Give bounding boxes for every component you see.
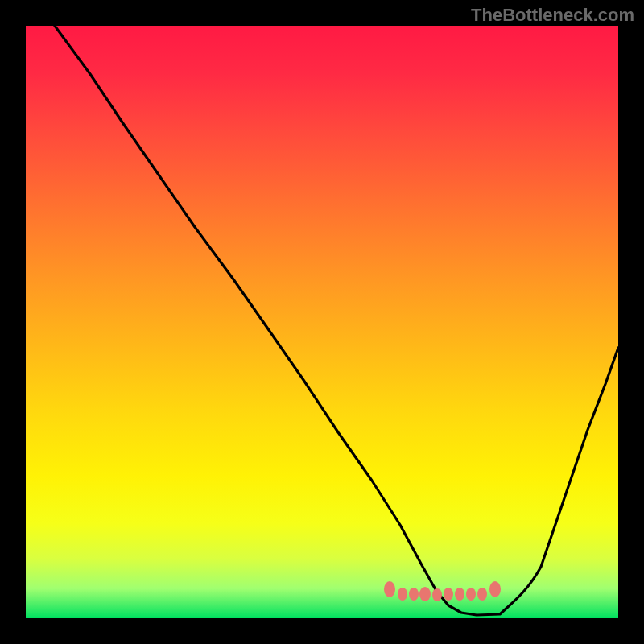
marker-dot bbox=[466, 588, 476, 601]
marker-dot bbox=[477, 588, 487, 601]
marker-dot bbox=[419, 587, 431, 601]
marker-dot bbox=[432, 588, 442, 601]
frame-right bbox=[618, 0, 644, 644]
marker-dot bbox=[409, 588, 419, 601]
watermark-text: TheBottleneck.com bbox=[471, 5, 634, 26]
frame-bottom bbox=[0, 618, 644, 644]
chart-svg bbox=[26, 26, 618, 618]
plot-area bbox=[26, 26, 618, 618]
marker-dot bbox=[444, 588, 453, 601]
marker-dot bbox=[398, 588, 407, 601]
bottleneck-curve-path bbox=[55, 26, 618, 615]
marker-dot bbox=[489, 581, 501, 597]
frame-left bbox=[0, 0, 26, 644]
marker-dot bbox=[455, 588, 464, 601]
marker-dot bbox=[384, 581, 395, 597]
